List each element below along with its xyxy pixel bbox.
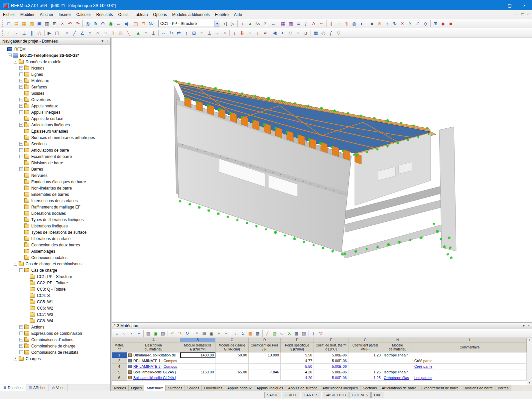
right-wall[interactable] [439,127,456,251]
table-pin-icon[interactable]: ▼ [522,324,525,328]
calc-icon[interactable]: ▦ [293,330,300,337]
table-tab-articulations-de-barre[interactable]: Articulations de barre [379,385,419,391]
table-scrollbar[interactable]: ▲ ▼ [527,338,532,385]
expand-icon[interactable]: + [19,110,23,114]
calculate-icon[interactable]: ≡ [295,20,302,27]
cell-E-1[interactable]: 5.50 [281,352,314,358]
column-letter-I[interactable]: I [413,338,527,342]
expand-icon[interactable]: + [19,338,23,341]
tree-item-cc2-pp-toiture[interactable]: CC2: PP - Toiture [0,280,110,286]
display-props-icon[interactable]: ≡ [294,29,302,37]
status-saisie[interactable]: SAISIE [264,392,281,398]
status-cartes[interactable]: CARTES [301,392,321,398]
hinge-icon[interactable]: ○ [142,29,150,37]
visibility-all-icon[interactable]: ◉ [271,29,279,37]
next-load-case-icon[interactable]: ▷ [229,20,236,27]
mesh-icon[interactable]: ▦ [279,20,287,27]
tree-item-cc1-pp-structure[interactable]: CC1: PP - Structure [0,273,110,280]
menu-modifier[interactable]: Modifier [18,10,37,19]
navigator-tab-afficher[interactable]: ▥Afficher [26,384,49,391]
expand-icon[interactable]: + [19,79,23,82]
show-loads-icon[interactable]: ↓ [239,20,246,27]
select-icon[interactable]: ▶ [46,29,53,37]
copy-icon[interactable]: ⊞ [200,330,208,337]
cell-B-2[interactable] [180,358,215,364]
rotate-view-icon[interactable]: ↻ [391,20,399,27]
view-y-icon[interactable]: Y [406,20,414,27]
expand-icon[interactable]: + [19,98,23,101]
pan-view-icon[interactable]: ↔ [114,20,122,27]
select-window-icon[interactable]: ▢ [53,29,61,37]
tree-item-cc4-s[interactable]: CC4: S [0,292,110,299]
measure-icon[interactable]: ↔ [269,20,277,27]
tree-item-cc7-w3[interactable]: CC7: W3 [0,311,110,318]
collapse-icon[interactable]: − [14,262,17,266]
tree-item-solides[interactable]: Solides [0,90,110,96]
numbering-icon[interactable]: № [147,20,155,27]
menu-r-sultats[interactable]: Résultats [94,10,116,19]
expand-icon[interactable]: + [14,357,17,360]
table-tab-solides[interactable]: Solides [185,385,202,391]
guidelines-icon[interactable]: ∥ [28,29,36,37]
tree-item-types-de-lib-rations-de-surface[interactable]: Types de libérations de surface [0,229,110,235]
cell-description-6[interactable]: Bois lamellé-collé GL24h | [127,375,180,381]
cell-B-4[interactable] [180,364,215,369]
find-icon[interactable]: ◎ [320,29,327,37]
tree-item-expressions-de-combinaison[interactable]: +Expressions de combinaison [0,330,110,336]
tree-item-mat-riaux[interactable]: +Matériaux [0,77,110,84]
results-icon[interactable]: Δ [310,20,318,27]
combo-dropdown-icon[interactable]: ▼ [214,20,220,27]
tree-item-cas-de-charge[interactable]: −Cas de charge [0,267,110,273]
cell-I-5[interactable] [413,369,527,375]
circle-icon[interactable]: ○ [94,29,101,37]
cell-G-6[interactable]: 1.25 [348,375,382,381]
mdi-close-icon[interactable]: × [527,12,529,17]
cell-G-4[interactable] [348,364,382,369]
tree-item-ensembles-de-barres[interactable]: Ensembles de barres [0,191,110,198]
cell-H-2[interactable] [382,358,413,364]
expand-icon[interactable]: + [19,167,23,171]
table-tab-excentrement-de-barre[interactable]: Excentrement de barre [419,385,461,391]
tables-icon[interactable]: ▦ [312,29,320,37]
table-next-icon[interactable]: › [128,330,135,337]
deformation-icon[interactable]: ~ [318,20,325,27]
tree-item-non-lin-arit-s-de-barre[interactable]: Non-linéarités de barre [0,185,110,191]
cell-C-2[interactable] [215,358,249,364]
cell-B-6[interactable] [180,375,215,381]
tree-item-560-21-t-l-ph-rique-3s-g2-g3[interactable]: −560.21-Téléphérique 3S-G2-G3* [0,52,110,59]
tree-item-connexions-nodales[interactable]: Connexions nodales [0,254,110,261]
menu-modules-additionnels[interactable]: Modules additionnels [170,10,212,19]
tree-item-sections[interactable]: +Sections [0,141,110,147]
cell-E-5[interactable]: 4.20 [281,369,314,375]
scroll-up-icon[interactable]: ▲ [528,338,531,341]
insert-row-icon[interactable]: + [215,330,222,337]
cell-D-4[interactable] [249,364,281,369]
fx-icon[interactable]: ƒ [310,330,317,337]
menu-fichier[interactable]: Fichier [0,10,18,19]
tree-item-cas-de-charge-et-combinaisons[interactable]: −Cas de charge et combinaisons [0,261,110,267]
table-tab-appuis-lin-iques[interactable]: Appuis linéiques [254,385,286,391]
filter-icon[interactable]: ▽ [317,330,325,337]
cell-C-5[interactable]: 65.00 [215,369,249,375]
table-tab-lignes[interactable]: Lignes [129,385,144,391]
menu-fen-tre[interactable]: Fenêtre [212,10,231,19]
table-first-icon[interactable]: « [113,330,120,337]
surface-load-icon[interactable]: ≡ [246,29,254,37]
tree-item-ouvertures[interactable]: +Ouvertures [0,96,110,103]
tree-item-cc6-w2[interactable]: CC6: W2 [0,305,110,311]
table-list-icon[interactable]: ▤ [145,330,152,337]
cell-D-2[interactable] [249,358,281,364]
redo-icon[interactable]: ↷ [74,20,81,27]
settings-icon[interactable]: ▩ [254,330,261,337]
cell-description-5[interactable]: Bois lamellé-collé GL24h | [127,369,180,375]
table-tab-articulations-lin-iques[interactable]: Articulations linéiques [320,385,360,391]
copy-object-icon[interactable]: ⊞ [190,29,198,37]
table-last-icon[interactable]: » [135,330,142,337]
column-letter-A[interactable]: A [127,338,180,342]
table-tab-ouvertures[interactable]: Ouvertures [202,385,225,391]
model-viewport[interactable] [112,38,532,322]
column-letter-E[interactable]: E [281,338,314,342]
zoom-out-icon[interactable]: ⊖ [99,20,107,27]
status-dxf[interactable]: DXF [371,392,384,398]
highlight-icon[interactable]: ▦ [247,330,254,337]
